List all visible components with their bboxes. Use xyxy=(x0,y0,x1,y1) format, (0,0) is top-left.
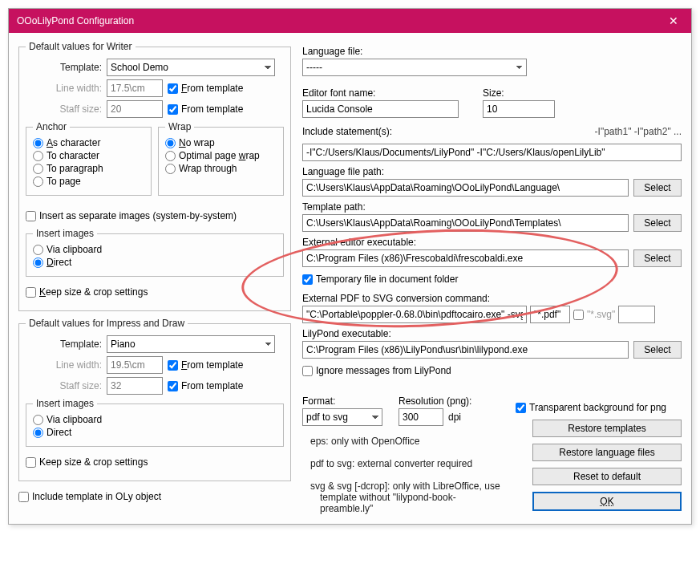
writer-keepsize[interactable]: Keep size & crop settings xyxy=(26,286,148,298)
tplpath-select-button[interactable]: Select xyxy=(633,214,682,232)
size-input[interactable] xyxy=(483,100,555,118)
lilypond-input[interactable] xyxy=(302,341,629,359)
langpath-label: Language file path: xyxy=(302,166,682,177)
format-label: Format: xyxy=(302,395,382,407)
pdf2svg-label: External PDF to SVG conversion command: xyxy=(302,293,682,304)
impress-staffsize-input[interactable] xyxy=(107,377,163,395)
restore-langfiles-button[interactable]: Restore language files xyxy=(532,444,682,461)
impress-linewidth-input[interactable] xyxy=(107,356,163,374)
titlebar: OOoLilyPond Configuration ✕ xyxy=(9,9,691,33)
insert-separate-check[interactable]: Insert as separate images (system-by-sys… xyxy=(26,210,237,221)
langfile-select[interactable]: ----- xyxy=(302,59,527,76)
impress-template-select[interactable]: Piano xyxy=(107,335,275,353)
transparent-check[interactable]: Transparent background for png xyxy=(516,402,666,413)
writer-template-label: Template: xyxy=(26,62,102,73)
restore-templates-button[interactable]: Restore templates xyxy=(532,420,682,437)
langfile-label: Language file: xyxy=(302,46,682,57)
ignore-msgs-check[interactable]: Ignore messages from LilyPond xyxy=(302,365,451,376)
note-pdf: pdf to svg: external converter required xyxy=(310,458,503,469)
impress-group: Default values for Impress and Draw Temp… xyxy=(18,318,291,481)
impress-linewidth-label: Line width: xyxy=(26,359,102,371)
anchor-group: Anchor As character To character To para… xyxy=(26,121,152,196)
include-input[interactable] xyxy=(302,144,682,161)
note-eps: eps: only with OpenOffice xyxy=(310,436,503,447)
tplpath-input[interactable] xyxy=(302,214,629,232)
writer-group: Default values for Writer Template: Scho… xyxy=(18,41,291,311)
anchor-to-char[interactable]: To character xyxy=(33,150,144,161)
writer-linewidth-label: Line width: xyxy=(26,83,102,94)
impress-template-label: Template: xyxy=(26,339,102,350)
wrap-optimal[interactable]: Optimal page wrap xyxy=(165,150,277,161)
tempfile-check[interactable]: Temporary file in document folder xyxy=(302,274,458,285)
note-svg2: template without "lilypond-book-preamble… xyxy=(320,492,503,514)
res-label: Resolution (png): xyxy=(399,395,471,407)
exteditor-input[interactable] xyxy=(302,249,629,267)
impress-keepsize[interactable]: Keep size & crop settings xyxy=(26,456,148,468)
res-input[interactable] xyxy=(399,408,443,426)
pdf2svg-out-check[interactable]: "*.svg" xyxy=(573,309,615,320)
size-label: Size: xyxy=(483,87,555,99)
wrap-none[interactable]: No wrap xyxy=(165,137,277,148)
include-label: Include statement(s): xyxy=(302,126,392,137)
langpath-input[interactable] xyxy=(302,179,629,197)
impress-legend: Default values for Impress and Draw xyxy=(26,318,188,329)
tplpath-label: Template path: xyxy=(302,201,682,213)
close-icon[interactable]: ✕ xyxy=(656,9,691,33)
anchor-to-page[interactable]: To page xyxy=(33,176,144,187)
writer-insert-images: Insert images Via clipboard Direct xyxy=(26,228,284,277)
font-input[interactable] xyxy=(302,100,459,118)
impress-staffsize-fromtpl[interactable]: From template xyxy=(168,380,243,391)
wrap-through[interactable]: Wrap through xyxy=(165,163,277,174)
writer-linewidth-fromtpl[interactable]: From template xyxy=(168,83,243,94)
impress-insert-images: Insert images Via clipboard Direct xyxy=(26,398,284,447)
writer-via-clipboard[interactable]: Via clipboard xyxy=(33,244,277,255)
impress-via-clipboard[interactable]: Via clipboard xyxy=(33,414,277,425)
wrap-group: Wrap No wrap Optimal page wrap Wrap thro… xyxy=(158,121,284,196)
include-tpl-oly[interactable]: Include template in OLy object xyxy=(18,491,161,502)
writer-linewidth-input[interactable] xyxy=(107,79,163,97)
writer-direct[interactable]: Direct xyxy=(33,257,277,268)
impress-linewidth-fromtpl[interactable]: From template xyxy=(168,359,243,371)
format-select[interactable]: pdf to svg xyxy=(302,408,382,426)
anchor-to-para[interactable]: To paragraph xyxy=(33,163,144,174)
dpi-label: dpi xyxy=(448,412,461,423)
writer-staffsize-input[interactable] xyxy=(107,100,163,118)
note-svg1: svg & svg [-dcrop]: only with LibreOffic… xyxy=(310,481,503,492)
lilypond-label: LilyPond executable: xyxy=(302,328,682,339)
font-label: Editor font name: xyxy=(302,87,459,99)
ok-button[interactable]: OK xyxy=(532,492,682,511)
impress-direct[interactable]: Direct xyxy=(33,427,277,438)
window-title: OOoLilyPond Configuration xyxy=(17,15,134,26)
exteditor-select-button[interactable]: Select xyxy=(633,249,682,267)
anchor-as-char[interactable]: As character xyxy=(33,137,144,148)
writer-template-select[interactable]: School Demo xyxy=(107,59,275,76)
pdf2svg-in-input[interactable] xyxy=(530,306,570,323)
reset-default-button[interactable]: Reset to default xyxy=(532,468,682,485)
writer-legend: Default values for Writer xyxy=(26,41,136,52)
config-dialog: OOoLilyPond Configuration ✕ Default valu… xyxy=(8,8,692,525)
writer-staffsize-fromtpl[interactable]: From template xyxy=(168,103,243,115)
writer-staffsize-label: Staff size: xyxy=(26,103,102,115)
langpath-select-button[interactable]: Select xyxy=(633,179,682,197)
pdf2svg-ext-input[interactable] xyxy=(618,306,655,323)
include-hint: -I"path1" -I"path2" ... xyxy=(595,126,682,137)
lilypond-select-button[interactable]: Select xyxy=(633,341,682,359)
impress-staffsize-label: Staff size: xyxy=(26,380,102,391)
pdf2svg-cmd-input[interactable] xyxy=(302,306,527,323)
exteditor-label: External editor executable: xyxy=(302,237,682,248)
